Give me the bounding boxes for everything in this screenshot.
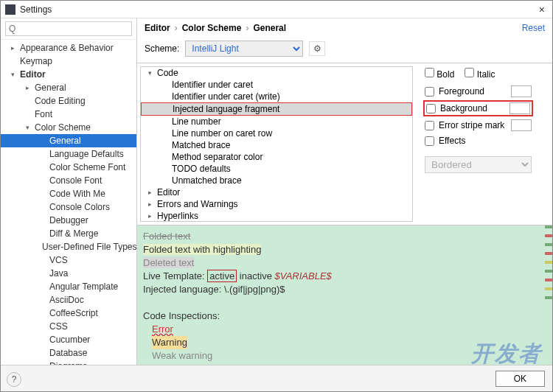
- tree-item[interactable]: Code With Me: [1, 187, 136, 200]
- stripe-row[interactable]: Error stripe mark: [425, 119, 532, 131]
- breadcrumb-a[interactable]: Editor: [145, 23, 170, 33]
- tree-item-label: User-Defined File Types: [42, 242, 137, 252]
- tree-item[interactable]: Diff & Merge: [1, 227, 136, 240]
- tree-item[interactable]: Diagrams: [1, 360, 136, 365]
- effect-type-select[interactable]: Bordered: [425, 156, 532, 173]
- tree-item[interactable]: User-Defined File Types: [1, 240, 136, 253]
- bold-checkbox[interactable]: Bold: [425, 68, 454, 80]
- preview-line: Live Template: active inactive $VARIABLE…: [143, 270, 546, 283]
- tree-item-label: Injected language fragment: [173, 104, 279, 114]
- tree-item-label: Matched brace: [172, 140, 230, 150]
- tree-item-label: Method separator color: [172, 152, 262, 162]
- tree-item[interactable]: CSS: [1, 320, 136, 333]
- preview-pane: Folded text Folded text with highlightin…: [137, 225, 552, 365]
- tree-item[interactable]: Line number on caret row: [141, 127, 412, 139]
- settings-tree: ▸Appearance & BehaviorKeymap▾Editor▸Gene…: [1, 40, 136, 365]
- tree-item[interactable]: ▸Editor: [141, 186, 412, 198]
- app-icon: [5, 4, 15, 15]
- reset-link[interactable]: Reset: [522, 23, 545, 33]
- tree-item-label: Identifier under caret: [172, 80, 253, 90]
- preview-line: Deprecated symbol: [143, 363, 234, 365]
- chevron-icon: ▾: [26, 124, 33, 131]
- tree-item[interactable]: Font: [1, 108, 136, 121]
- tree-item[interactable]: Code Editing: [1, 94, 136, 108]
- tree-item-label: AsciiDoc: [49, 295, 84, 305]
- ok-button[interactable]: OK: [495, 371, 545, 387]
- gear-icon[interactable]: ⚙: [309, 41, 325, 56]
- tree-item[interactable]: General: [1, 134, 136, 147]
- tree-item-label: Database: [49, 348, 87, 358]
- tree-item-label: Line number: [172, 116, 221, 127]
- search-input[interactable]: [5, 21, 132, 36]
- tree-item-label: Color Scheme: [35, 122, 91, 133]
- chevron-icon: ▸: [11, 44, 18, 52]
- tree-item[interactable]: AsciiDoc: [1, 293, 136, 307]
- tree-item-label: Appearance & Behavior: [20, 43, 114, 53]
- tree-item-label: Editor: [157, 187, 180, 197]
- tree-item[interactable]: Keymap: [1, 55, 136, 68]
- tree-item[interactable]: Color Scheme Font: [1, 161, 136, 174]
- tree-item[interactable]: CoffeeScript: [1, 307, 136, 320]
- tree-item[interactable]: Angular Template: [1, 280, 136, 293]
- tree-item-label: Debugger: [49, 215, 88, 225]
- tree-item[interactable]: Java: [1, 267, 136, 280]
- foreground-row[interactable]: Foreground: [425, 85, 532, 97]
- tree-item-label: Angular Template: [49, 281, 118, 292]
- tree-item[interactable]: ▾Color Scheme: [1, 121, 136, 134]
- tree-item-label: Identifier under caret (write): [172, 91, 280, 102]
- preview-line: Error: [143, 323, 173, 336]
- background-row[interactable]: Background: [425, 102, 532, 115]
- tree-item[interactable]: ▾Code: [141, 67, 412, 79]
- foreground-swatch[interactable]: [511, 85, 532, 97]
- breadcrumb-b[interactable]: Color Scheme: [182, 23, 242, 33]
- tree-item-label: Unmatched brace: [172, 175, 242, 186]
- tree-item[interactable]: Console Font: [1, 174, 136, 187]
- scheme-select[interactable]: IntelliJ Light: [185, 41, 303, 57]
- tree-item[interactable]: Method separator color: [141, 151, 412, 163]
- tree-item[interactable]: Identifier under caret (write): [141, 91, 412, 102]
- tree-item[interactable]: ▸Errors and Warnings: [141, 198, 412, 210]
- chevron-icon: ▸: [148, 200, 156, 208]
- preview-line: Deleted text: [143, 257, 194, 268]
- tree-item[interactable]: ▸General: [1, 81, 136, 94]
- minimap: [545, 225, 552, 365]
- help-icon[interactable]: ?: [7, 372, 21, 387]
- tree-item[interactable]: Console Colors: [1, 200, 136, 214]
- tree-item[interactable]: Language Defaults: [1, 147, 136, 161]
- tree-item[interactable]: Debugger: [1, 214, 136, 227]
- scheme-label: Scheme:: [145, 43, 179, 54]
- tree-item[interactable]: Cucumber: [1, 333, 136, 346]
- tree-item[interactable]: TODO defaults: [141, 163, 412, 175]
- tree-item-label: TODO defaults: [172, 164, 231, 174]
- italic-checkbox[interactable]: Italic: [465, 68, 495, 80]
- preview-line: Warning: [152, 336, 187, 349]
- tree-item-label: General: [49, 136, 81, 146]
- tree-item[interactable]: Matched brace: [141, 139, 412, 151]
- tree-item-label: General: [35, 83, 66, 93]
- element-tree: ▾CodeIdentifier under caretIdentifier un…: [140, 66, 413, 222]
- effects-row[interactable]: Effects: [425, 136, 532, 146]
- tree-item-label: VCS: [49, 255, 68, 265]
- tree-item[interactable]: Identifier under caret: [141, 79, 412, 91]
- background-swatch[interactable]: [509, 102, 530, 114]
- preview-line: Weak warning: [143, 349, 212, 363]
- stripe-swatch[interactable]: [511, 119, 532, 131]
- tree-item-label: Line number on caret row: [172, 128, 272, 139]
- breadcrumb-c[interactable]: General: [253, 23, 286, 33]
- chevron-icon: ▾: [11, 71, 18, 78]
- tree-item-label: Editor: [20, 69, 46, 80]
- tree-item[interactable]: Injected language fragment: [141, 102, 412, 116]
- tree-item-label: Java: [49, 268, 68, 279]
- tree-item[interactable]: ▸Appearance & Behavior: [1, 41, 136, 55]
- chevron-icon: ▸: [26, 84, 33, 91]
- tree-item[interactable]: Database: [1, 346, 136, 360]
- tree-item[interactable]: Unmatched brace: [141, 175, 412, 186]
- tree-item[interactable]: ▸Hyperlinks: [141, 210, 412, 222]
- chevron-right-icon: ›: [175, 23, 178, 33]
- tree-item-label: Code: [157, 68, 178, 78]
- tree-item-label: Cucumber: [49, 335, 90, 345]
- close-icon[interactable]: ×: [536, 4, 548, 15]
- tree-item[interactable]: ▾Editor: [1, 68, 136, 81]
- tree-item[interactable]: Line number: [141, 116, 412, 127]
- tree-item[interactable]: VCS: [1, 253, 136, 267]
